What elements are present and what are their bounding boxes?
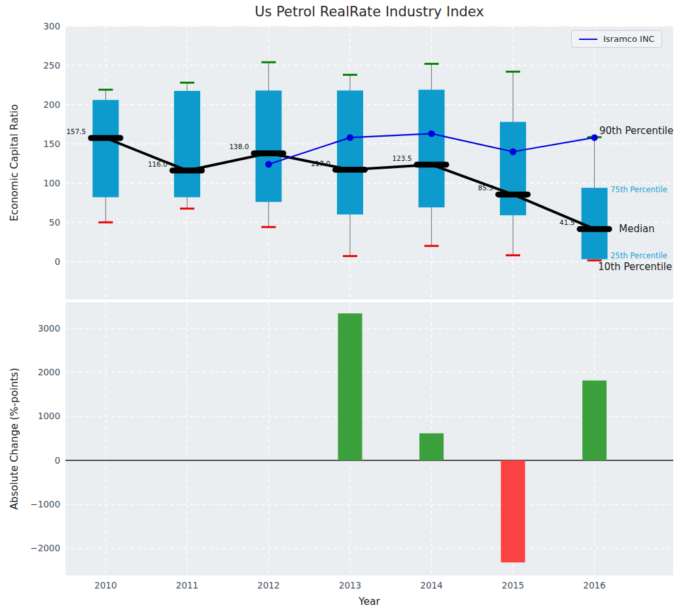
x-tick-label-2012: 2012 (257, 580, 279, 590)
top-y-tick-label: 200 (43, 99, 60, 110)
bottom-plot-background (65, 302, 673, 575)
x-axis-label: Year (65, 596, 673, 607)
median-marker-2011 (169, 167, 205, 173)
top-y-tick-label: 300 (43, 21, 60, 31)
median-value-label-2013: 117.0 (311, 160, 330, 167)
x-tick-label-2010: 2010 (94, 580, 116, 590)
change-bar-2014 (419, 434, 444, 460)
percentile-box-2014 (419, 90, 445, 207)
isramco-point-2016 (591, 134, 597, 141)
median-value-label-2015: 85.5 (478, 184, 493, 192)
top-y-tick-label: 150 (43, 139, 60, 149)
percentile-box-2013 (337, 90, 363, 214)
top-y-tick-label: 50 (49, 217, 60, 228)
chart-title: Us Petrol RealRate Industry Index (65, 4, 673, 20)
legend-line-sample (579, 39, 597, 40)
bottom-y-axis-label: Absolute Change (%-points) (9, 368, 20, 510)
bottom-y-tick-label: 0 (54, 455, 60, 466)
change-bar-2016 (582, 381, 607, 460)
median-marker-2015 (495, 192, 531, 197)
isramco-point-2015 (510, 148, 516, 155)
median-marker-2014 (414, 162, 450, 167)
median-marker-2010 (88, 135, 124, 141)
median-value-label-2016: 41.5 (559, 218, 574, 226)
annotation-25th-percentile: 25th Percentile (610, 251, 667, 260)
percentile-box-2015 (500, 122, 526, 215)
bottom-y-tick-label: 1000 (38, 411, 60, 421)
legend: Isramco INC (571, 30, 662, 48)
top-y-tick-label: 0 (54, 256, 60, 267)
top-y-axis-label: Economic Capital Ratio (9, 104, 20, 221)
change-bar-2015 (501, 460, 525, 562)
top-y-tick-label: 250 (43, 60, 60, 71)
percentile-box-2016 (582, 188, 608, 259)
percentile-box-2011 (174, 91, 200, 197)
x-tick-label-2011: 2011 (176, 580, 198, 590)
x-tick-label-2014: 2014 (420, 580, 442, 590)
top-y-tick-label: 100 (43, 178, 60, 188)
isramco-point-2014 (428, 130, 434, 137)
percentile-box-2010 (93, 100, 119, 197)
change-bar-2013 (338, 313, 362, 460)
x-tick-label-2013: 2013 (339, 580, 361, 590)
percentile-box-2012 (256, 90, 282, 201)
median-value-label-2014: 123.5 (392, 154, 412, 162)
isramco-point-2013 (347, 134, 353, 141)
annotation-90th-percentile: 90th Percentile (599, 125, 673, 137)
bottom-y-tick-label: −1000 (30, 499, 60, 509)
x-tick-label-2016: 2016 (583, 580, 605, 590)
median-value-label-2012: 138.0 (229, 143, 249, 150)
legend-label: Isramco INC (603, 34, 654, 44)
median-value-label-2010: 157.5 (66, 128, 86, 135)
median-marker-2016 (577, 226, 612, 232)
chart-canvas: 157.5116.0138.0117.0123.585.541.50501001… (0, 0, 689, 616)
annotation-75th-percentile: 75th Percentile (610, 185, 667, 194)
bottom-y-tick-label: −2000 (30, 543, 60, 553)
median-marker-2012 (251, 150, 287, 156)
bottom-y-tick-label: 3000 (38, 323, 60, 334)
median-marker-2013 (332, 167, 368, 173)
median-value-label-2011: 116.0 (148, 160, 168, 168)
bottom-y-tick-label: 2000 (38, 367, 60, 377)
annotation-median: Median (619, 223, 655, 235)
chart-plot-area: 157.5116.0138.0117.0123.585.541.50501001… (0, 0, 689, 616)
annotation-10th-percentile: 10th Percentile (598, 261, 672, 273)
isramco-point-2012 (265, 161, 272, 167)
x-tick-label-2015: 2015 (502, 580, 524, 590)
